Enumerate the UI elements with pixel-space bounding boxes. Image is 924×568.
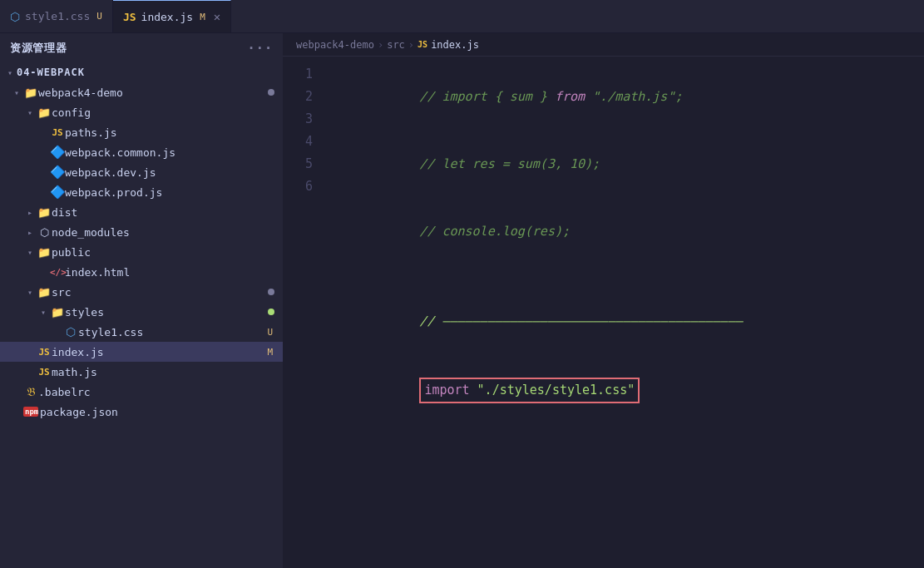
sidebar: 资源管理器 ··· ▾ 04-WEBPACK ▾ 📁 webpack4-demo bbox=[0, 33, 283, 568]
tree-item-node-modules[interactable]: ▸ ⬡ node_modules bbox=[0, 222, 283, 242]
tree-item-webpack-prod[interactable]: 🔷 webpack.prod.js bbox=[0, 182, 283, 202]
code-line-5: // —————————————————————————————————————… bbox=[329, 288, 924, 355]
chevron-down-icon-config: ▾ bbox=[23, 108, 37, 117]
keyword-import: import bbox=[424, 383, 469, 398]
file-label-package: package.json bbox=[40, 406, 283, 418]
tree-item-config[interactable]: ▾ 📁 config bbox=[0, 102, 283, 122]
js-file-icon-index: JS bbox=[37, 347, 52, 358]
tree-item-paths[interactable]: JS paths.js bbox=[0, 122, 283, 142]
breadcrumb: webpack4-demo › src › JS index.js bbox=[283, 33, 924, 57]
tree-item-src[interactable]: ▾ 📁 src bbox=[0, 282, 283, 302]
code-comment-1: // import { sum } from "./math.js"; bbox=[404, 89, 682, 104]
code-line-3: // console.log(res); bbox=[329, 198, 924, 265]
breadcrumb-src: src bbox=[387, 39, 405, 51]
chevron-down-icon-src: ▾ bbox=[23, 288, 37, 297]
line-num-1: 1 bbox=[283, 63, 313, 86]
modified-dot-webpack4 bbox=[268, 89, 274, 96]
folder-open-icon-src: 📁 bbox=[37, 286, 52, 299]
js-file-icon-paths: JS bbox=[50, 127, 65, 138]
code-area[interactable]: 1 2 3 4 5 6 // import { sum } from "./ma… bbox=[283, 57, 924, 568]
folder-label-dist: dist bbox=[52, 206, 283, 219]
code-line-1: // import { sum } from "./math.js"; bbox=[329, 63, 924, 131]
folder-label-config: config bbox=[52, 106, 283, 119]
tree-item-index-js[interactable]: JS index.js M bbox=[0, 342, 283, 362]
tree-item-style1-css[interactable]: ⬡ style1.css U bbox=[0, 322, 283, 342]
tree-item-dist[interactable]: ▸ 📁 dist bbox=[0, 202, 283, 222]
tab-bar: ⬡ style1.css U JS index.js M ✕ bbox=[0, 0, 924, 33]
tree-item-babelrc[interactable]: 𝔅 .babelrc bbox=[0, 382, 283, 402]
breadcrumb-webpack4: webpack4-demo bbox=[296, 39, 374, 51]
file-label-babelrc: .babelrc bbox=[38, 386, 283, 398]
tree-item-styles[interactable]: ▾ 📁 styles bbox=[0, 302, 283, 322]
badge-style1-u: U bbox=[267, 327, 273, 338]
import-highlight-box: import "./styles/style1.css" bbox=[419, 378, 640, 403]
code-import-line: import "./styles/style1.css" bbox=[404, 383, 640, 398]
tree-item-index-html[interactable]: </> index.html bbox=[0, 262, 283, 282]
modified-dot-src bbox=[268, 289, 274, 295]
code-comment-3: // console.log(res); bbox=[404, 224, 570, 239]
tree-item-webpack4-demo[interactable]: ▾ 📁 webpack4-demo bbox=[0, 82, 283, 102]
chevron-down-icon-public: ▾ bbox=[23, 248, 37, 257]
webpack-icon-prod: 🔷 bbox=[50, 185, 65, 200]
node-modules-icon: ⬡ bbox=[37, 226, 52, 239]
main-layout: 资源管理器 ··· ▾ 04-WEBPACK ▾ 📁 webpack4-demo bbox=[0, 33, 924, 568]
tree-item-root[interactable]: ▾ 04-WEBPACK bbox=[0, 62, 283, 82]
folder-open-icon-config: 📁 bbox=[37, 106, 52, 119]
tab-badge-style1: U bbox=[96, 11, 102, 22]
chevron-down-icon-styles: ▾ bbox=[37, 308, 50, 317]
html-icon: </> bbox=[50, 267, 65, 278]
folder-open-icon: 📁 bbox=[23, 86, 38, 99]
folder-label-public: public bbox=[52, 246, 283, 259]
tab-label-style1: style1.css bbox=[25, 10, 90, 22]
tree-item-webpack-common[interactable]: 🔷 webpack.common.js bbox=[0, 142, 283, 162]
sidebar-options-button[interactable]: ··· bbox=[247, 40, 273, 56]
npm-icon: npm bbox=[23, 407, 38, 417]
tab-style1[interactable]: ⬡ style1.css U bbox=[0, 0, 113, 32]
folder-closed-icon-dist: 📁 bbox=[37, 206, 52, 219]
code-comment-divider: // —————————————————————————————————————… bbox=[404, 314, 742, 328]
tab-index-js[interactable]: JS index.js M ✕ bbox=[113, 0, 231, 32]
tree-item-webpack-dev[interactable]: 🔷 webpack.dev.js bbox=[0, 162, 283, 182]
line-numbers: 1 2 3 4 5 6 bbox=[283, 63, 323, 561]
tree-item-public[interactable]: ▾ 📁 public bbox=[0, 242, 283, 262]
breadcrumb-sep1: › bbox=[378, 39, 383, 51]
line-num-5: 5 bbox=[283, 153, 313, 175]
chevron-right-icon-node: ▸ bbox=[23, 228, 37, 237]
chevron-down-icon: ▾ bbox=[3, 68, 17, 77]
webpack-icon-dev: 🔷 bbox=[50, 165, 65, 180]
code-line-4 bbox=[329, 265, 924, 288]
file-label-math: math.js bbox=[52, 366, 283, 378]
file-label-webpack-common: webpack.common.js bbox=[65, 146, 283, 159]
tab-badge-index: M bbox=[200, 12, 205, 22]
line-num-2: 2 bbox=[283, 86, 313, 108]
css-file-icon: ⬡ bbox=[63, 325, 78, 338]
sidebar-header: 资源管理器 ··· bbox=[0, 33, 283, 62]
editor-area: webpack4-demo › src › JS index.js 1 2 3 … bbox=[283, 33, 924, 568]
file-label-webpack-dev: webpack.dev.js bbox=[65, 166, 283, 179]
code-content[interactable]: // import { sum } from "./math.js"; // l… bbox=[323, 63, 924, 561]
code-comment-2: // let res = sum(3, 10); bbox=[404, 156, 600, 171]
js-file-icon-math: JS bbox=[37, 367, 52, 378]
line-num-6: 6 bbox=[283, 175, 313, 198]
babel-icon: 𝔅 bbox=[23, 385, 38, 399]
file-label-index-js: index.js bbox=[52, 346, 267, 358]
css-icon: ⬡ bbox=[10, 10, 20, 23]
breadcrumb-file: index.js bbox=[431, 39, 479, 51]
tab-close-button[interactable]: ✕ bbox=[214, 10, 220, 23]
file-label-webpack-prod: webpack.prod.js bbox=[65, 186, 283, 199]
file-label-paths: paths.js bbox=[65, 126, 283, 139]
tree-item-math-js[interactable]: JS math.js bbox=[0, 362, 283, 382]
badge-index-m: M bbox=[267, 347, 273, 358]
import-string: "./styles/style1.css" bbox=[470, 383, 635, 398]
sidebar-content: ▾ 04-WEBPACK ▾ 📁 webpack4-demo ▾ 📁 confi… bbox=[0, 62, 283, 568]
tree-item-package-json[interactable]: npm package.json bbox=[0, 402, 283, 422]
webpack-icon-common: 🔷 bbox=[50, 145, 65, 160]
breadcrumb-js-icon: JS bbox=[418, 40, 427, 49]
file-label-index-html: index.html bbox=[65, 266, 283, 279]
folder-label-styles: styles bbox=[65, 306, 268, 319]
sidebar-title: 资源管理器 bbox=[10, 41, 67, 56]
folder-label-src: src bbox=[52, 286, 268, 299]
line-num-3: 3 bbox=[283, 108, 313, 131]
js-icon: JS bbox=[123, 11, 136, 23]
folder-open-icon-styles: 📁 bbox=[50, 306, 65, 319]
